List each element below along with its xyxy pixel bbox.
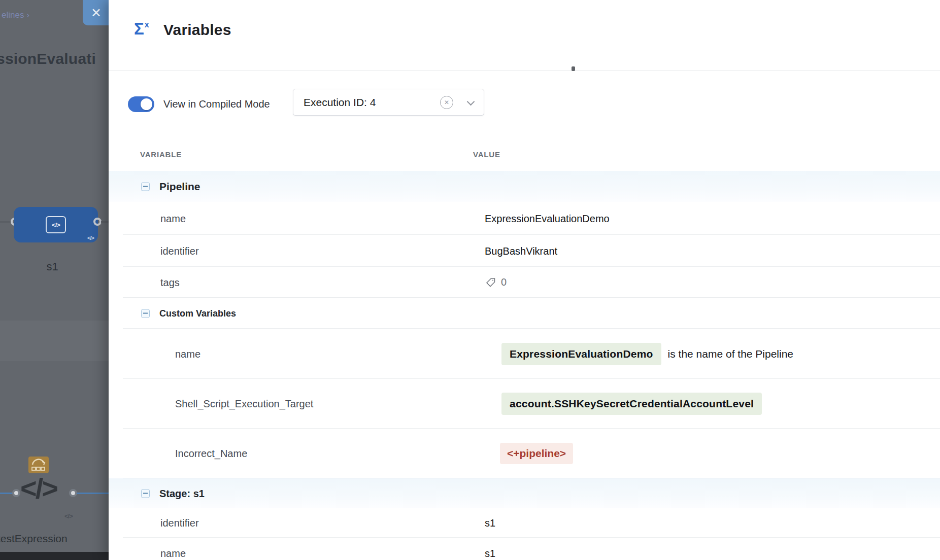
table-row: Shell_Script_Execution_Target account.SS…	[109, 379, 940, 429]
step-port	[69, 489, 77, 497]
screen: elines › ssionEvaluati </> </> s1 › ✓ Ex…	[0, 0, 940, 560]
chevron-down-icon[interactable]	[467, 98, 475, 106]
row-value: BugBashVikrant	[485, 245, 557, 257]
execution-edge-line	[0, 493, 13, 494]
close-button[interactable]: ✕	[83, 0, 110, 25]
section-header-stage-s1[interactable]: Stage: s1	[109, 478, 940, 508]
highlighted-value: ExpressionEvaluationDemo	[501, 343, 661, 365]
row-value: s1	[485, 548, 495, 559]
breadcrumb: elines ›	[2, 10, 29, 20]
collapse-minus-icon[interactable]	[141, 309, 150, 318]
close-icon: ✕	[91, 6, 102, 20]
step-label: testExpression	[0, 533, 68, 545]
compiled-mode-label: View in Compiled Mode	[163, 98, 270, 110]
error-value: <+pipeline>	[500, 443, 573, 464]
row-key: name	[160, 213, 186, 224]
mouse-cursor-artifact	[572, 66, 575, 71]
row-key: identifier	[160, 517, 199, 529]
section-header-pipeline[interactable]: Pipeline	[109, 171, 940, 202]
row-key: Incorrect_Name	[175, 448, 247, 460]
stage-tab-strip: › ✓ Exe	[0, 321, 109, 361]
step-port	[12, 489, 20, 497]
table-row: Incorrect_Name <+pipeline>	[109, 429, 940, 478]
dimmed-background-scrim: elines › ssionEvaluati </> </> s1 › ✓ Ex…	[0, 0, 109, 560]
table-row: identifier BugBashVikrant	[109, 235, 940, 267]
row-value: 0	[485, 276, 507, 289]
code-badge-icon: </>	[87, 235, 94, 241]
execution-id-dropdown[interactable]: Execution ID: 4 ✕	[293, 89, 484, 116]
section-title: Pipeline	[159, 181, 200, 193]
table-row: name s1	[109, 538, 940, 560]
table-row: name ExpressionEvaluationDemo is the nam…	[109, 329, 940, 379]
toggle-knob	[141, 98, 152, 110]
collapse-minus-icon[interactable]	[141, 182, 150, 191]
value-suffix: is the name of the Pipeline	[668, 348, 794, 360]
execution-edge-line	[77, 493, 109, 494]
row-value: ExpressionEvaluationDemo is the name of …	[485, 343, 793, 365]
row-key: name	[175, 348, 200, 360]
row-value: account.SSHKeySecretCredentialAccountLev…	[485, 393, 762, 415]
shell-script-step-icon: </>	[20, 472, 57, 505]
header-divider	[109, 71, 940, 71]
table-row: name ExpressionEvaluationDemo	[109, 202, 940, 235]
table-row: identifier s1	[109, 508, 940, 538]
highlighted-value: account.SSHKeySecretCredentialAccountLev…	[501, 393, 762, 415]
section-title: Stage: s1	[159, 487, 205, 499]
panel-title: Variables	[163, 21, 231, 39]
section-title: Custom Variables	[159, 308, 236, 319]
row-key: Shell_Script_Execution_Target	[175, 398, 313, 410]
column-header-value: VALUE	[473, 150, 500, 159]
execution-id-value: Execution ID: 4	[304, 96, 376, 109]
table-row: tags 0	[109, 267, 940, 298]
row-value: ExpressionEvaluationDemo	[485, 213, 610, 224]
section-header-custom-variables[interactable]: Custom Variables	[109, 298, 940, 329]
variables-panel: Σx Variables View in Compiled Mode Execu…	[109, 0, 940, 560]
row-key: name	[160, 548, 186, 559]
sigma-variables-icon: Σx	[134, 19, 149, 39]
code-badge-icon: </>	[64, 512, 73, 520]
column-header-variable: VARIABLE	[140, 150, 182, 159]
row-key: identifier	[160, 245, 199, 257]
tag-count: 0	[501, 276, 507, 288]
tag-icon	[485, 276, 497, 289]
node-port	[93, 218, 102, 226]
pipeline-edge-line	[0, 221, 11, 223]
pipeline-edge-line	[101, 221, 109, 223]
stage-node-label: s1	[29, 260, 75, 273]
pipeline-title-fragment: ssionEvaluati	[0, 50, 96, 67]
compiled-mode-toggle[interactable]	[128, 96, 154, 112]
clear-selection-icon[interactable]: ✕	[440, 96, 453, 109]
row-value: <+pipeline>	[485, 443, 573, 464]
row-value: s1	[485, 517, 495, 529]
collapse-minus-icon[interactable]	[141, 489, 150, 498]
row-key: tags	[160, 276, 180, 288]
console-band	[0, 552, 109, 560]
stage-node-s1: </> </>	[14, 207, 98, 242]
custom-stage-icon: </>	[46, 216, 66, 233]
